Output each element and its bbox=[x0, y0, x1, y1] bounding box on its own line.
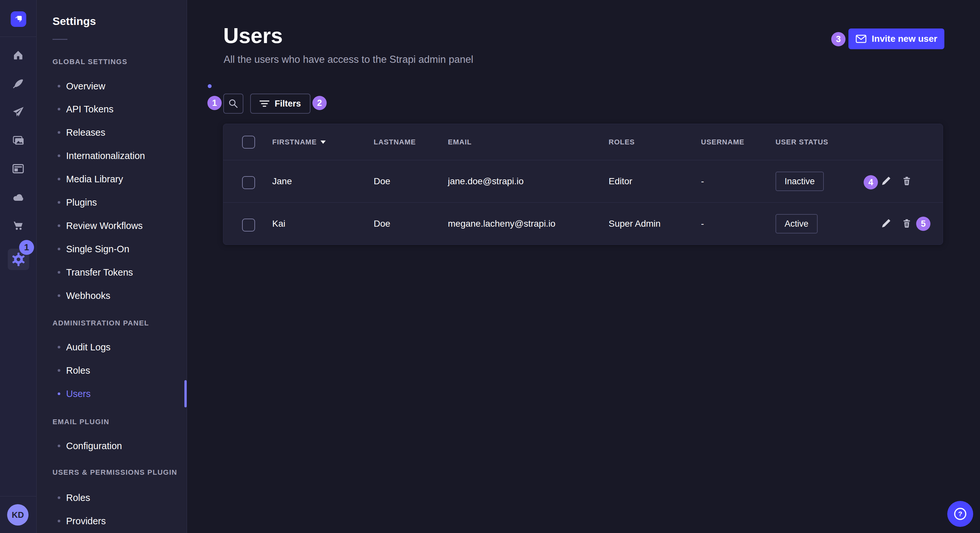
invite-button-label: Invite new user bbox=[872, 34, 937, 44]
feather-icon[interactable] bbox=[11, 76, 25, 90]
bullet-dot bbox=[58, 248, 60, 250]
page-subtitle: All the users who have access to the Str… bbox=[224, 54, 473, 65]
annotation-badge-2: 2 bbox=[312, 96, 327, 110]
bullet-dot bbox=[58, 520, 60, 522]
sidebar-item-configuration[interactable]: Configuration bbox=[58, 438, 181, 454]
page-title: Users bbox=[223, 23, 283, 48]
bullet-dot bbox=[58, 224, 60, 227]
avatar[interactable]: KD bbox=[7, 504, 29, 525]
section-administration-panel: ADMINISTRATION PANEL bbox=[52, 318, 149, 328]
row1-edit-button[interactable] bbox=[879, 174, 893, 188]
sort-desc-icon bbox=[320, 141, 326, 144]
section-global-settings: GLOBAL SETTINGS bbox=[52, 57, 127, 67]
sidebar-item-review-workflows[interactable]: Review Workflows bbox=[58, 218, 181, 233]
row2-firstname: Kai bbox=[272, 202, 285, 245]
sidebar-item-single-sign-on[interactable]: Single Sign-On bbox=[58, 241, 181, 257]
bullet-dot bbox=[58, 294, 60, 297]
row1-lastname: Doe bbox=[374, 160, 390, 202]
cloud-icon[interactable] bbox=[11, 190, 25, 205]
pencil-icon bbox=[881, 176, 891, 186]
column-header-firstname[interactable]: FIRSTNAME bbox=[272, 124, 326, 160]
bullet-dot bbox=[58, 497, 60, 499]
sidebar-item-plugins[interactable]: Plugins bbox=[58, 195, 181, 210]
home-icon[interactable] bbox=[11, 48, 25, 62]
row2-delete-button[interactable] bbox=[900, 216, 914, 230]
table-divider bbox=[223, 160, 943, 160]
settings-notification-badge: 1 bbox=[19, 240, 34, 255]
section-users-permissions-plugin: USERS & PERMISSIONS PLUGIN bbox=[52, 468, 177, 477]
annotation-badge-4: 4 bbox=[864, 175, 878, 189]
filters-button[interactable]: Filters bbox=[250, 94, 310, 114]
sidebar-item-audit-logs[interactable]: Audit Logs bbox=[58, 339, 181, 355]
row1-firstname: Jane bbox=[272, 160, 292, 202]
strapi-logo[interactable] bbox=[11, 11, 26, 27]
bullet-dot bbox=[58, 108, 60, 110]
sidebar-item-media-library[interactable]: Media Library bbox=[58, 171, 181, 187]
row1-username: - bbox=[701, 160, 704, 202]
layout-icon[interactable] bbox=[11, 162, 25, 176]
question-mark-icon: ? bbox=[953, 507, 967, 521]
bullet-dot bbox=[58, 178, 60, 180]
row1-checkbox[interactable] bbox=[242, 176, 255, 189]
row2-username: - bbox=[701, 202, 704, 245]
filters-button-label: Filters bbox=[275, 99, 301, 109]
sidebar-item-providers[interactable]: Providers bbox=[58, 513, 181, 529]
row2-email: megane.lacheny@strapi.io bbox=[448, 202, 555, 245]
sidebar-item-admin-roles[interactable]: Roles bbox=[58, 363, 181, 378]
bullet-dot bbox=[58, 271, 60, 274]
sidebar-item-up-roles[interactable]: Roles bbox=[58, 490, 181, 506]
annotation-badge-1: 1 bbox=[207, 96, 222, 110]
search-icon bbox=[228, 98, 239, 109]
invite-new-user-button[interactable]: Invite new user bbox=[848, 29, 944, 49]
sidebar-item-releases[interactable]: Releases bbox=[58, 125, 181, 140]
sidebar-item-overview[interactable]: Overview bbox=[58, 78, 181, 94]
search-button[interactable] bbox=[223, 94, 243, 114]
overview-notification-dot bbox=[208, 84, 212, 88]
bullet-dot bbox=[58, 369, 60, 372]
users-table: FIRSTNAME LASTNAME EMAIL ROLES USERNAME … bbox=[223, 124, 943, 245]
help-button[interactable]: ? bbox=[947, 501, 973, 527]
trash-icon bbox=[902, 176, 912, 186]
column-header-email[interactable]: EMAIL bbox=[448, 124, 471, 160]
annotation-badge-3: 3 bbox=[831, 32, 845, 46]
paper-plane-icon[interactable] bbox=[11, 105, 25, 119]
sidebar-item-api-tokens[interactable]: API Tokens bbox=[58, 102, 181, 117]
bullet-dot bbox=[58, 444, 60, 447]
row2-lastname: Doe bbox=[374, 202, 390, 245]
rail-divider bbox=[0, 496, 36, 497]
select-all-checkbox[interactable] bbox=[242, 136, 255, 149]
column-header-lastname[interactable]: LASTNAME bbox=[374, 124, 416, 160]
active-item-indicator bbox=[185, 380, 187, 408]
bullet-dot bbox=[58, 85, 60, 87]
sidebar-item-webhooks[interactable]: Webhooks bbox=[58, 288, 181, 303]
bullet-dot bbox=[58, 201, 60, 204]
sidebar-item-users[interactable]: Users bbox=[58, 386, 181, 401]
table-divider bbox=[223, 202, 943, 203]
bullet-dot bbox=[58, 154, 60, 157]
row2-roles: Super Admin bbox=[609, 202, 660, 245]
row2-checkbox[interactable] bbox=[242, 219, 255, 232]
sidebar-item-transfer-tokens[interactable]: Transfer Tokens bbox=[58, 265, 181, 280]
column-header-user-status[interactable]: USER STATUS bbox=[775, 124, 828, 160]
row1-roles: Editor bbox=[609, 160, 632, 202]
bullet-dot bbox=[58, 131, 60, 134]
row1-delete-button[interactable] bbox=[900, 174, 914, 188]
media-library-icon[interactable] bbox=[11, 133, 25, 148]
settings-sidebar: Settings GLOBAL SETTINGS Overview API To… bbox=[37, 0, 187, 533]
nav-rail: 1 KD bbox=[0, 0, 37, 533]
rail-divider bbox=[0, 36, 36, 37]
row2-edit-button[interactable] bbox=[879, 216, 893, 230]
annotation-badge-5: 5 bbox=[916, 217, 931, 231]
svg-text:?: ? bbox=[958, 510, 963, 517]
column-header-username[interactable]: USERNAME bbox=[701, 124, 745, 160]
row2-status-badge: Active bbox=[775, 214, 818, 233]
title-divider bbox=[52, 39, 67, 40]
row1-email: jane.doe@strapi.io bbox=[448, 160, 524, 202]
column-header-roles[interactable]: ROLES bbox=[609, 124, 635, 160]
strapi-logo-icon bbox=[11, 11, 26, 27]
cart-icon[interactable] bbox=[11, 218, 25, 233]
sidebar-item-internationalization[interactable]: Internationalization bbox=[58, 148, 181, 163]
bullet-dot bbox=[58, 346, 60, 348]
row1-status-badge: Inactive bbox=[775, 171, 824, 191]
strapi-admin-window: 1 KD Settings GLOBAL SETTINGS Overview A… bbox=[0, 0, 980, 533]
